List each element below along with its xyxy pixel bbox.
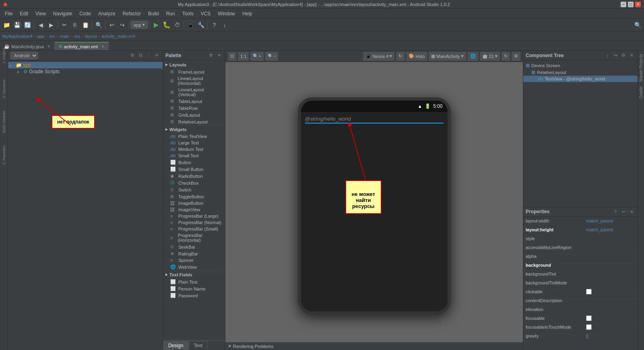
palette-category-layouts[interactable]: ▸ Layouts (163, 60, 225, 68)
search-everywhere-btn[interactable]: 🔍 (633, 20, 642, 30)
prop-help-btn[interactable]: ? (612, 208, 619, 215)
palette-item-checkbox[interactable]: ☑ CheckBox (163, 179, 225, 186)
rotate-btn[interactable]: ↻ (396, 52, 405, 61)
panel-close-btn[interactable]: ✕ (153, 52, 160, 59)
palette-settings-btn[interactable]: ⚙ (207, 52, 215, 59)
toolbar-redo-btn[interactable]: ↪ (118, 20, 127, 30)
tree-item-app[interactable]: ▸ 📁 app (8, 62, 163, 68)
prop-value[interactable] (584, 238, 638, 239)
palette-item-relativelayout[interactable]: ⊞ RelativeLayout (163, 118, 225, 125)
settings-btn[interactable]: ⚙ (512, 52, 520, 61)
locale-btn[interactable]: 🌐 (468, 52, 478, 61)
palette-item-mediumtext[interactable]: Ab Medium Text (163, 146, 225, 152)
tab-mainactivity[interactable]: ☕ MainActivity.java ✕ (0, 43, 55, 50)
palette-item-imagebutton[interactable]: 🖼 ImageButton (163, 200, 225, 206)
prop-value[interactable] (584, 255, 638, 257)
toolbar-back-btn[interactable]: ◀ (36, 20, 45, 30)
panel-settings-btn[interactable]: ⋮ (145, 52, 152, 59)
prop-close-btn[interactable]: ✕ (628, 208, 635, 215)
toolbar-save-btn[interactable]: 💾 (12, 20, 22, 30)
prop-focusable-checkbox[interactable] (586, 315, 592, 321)
prop-clickable-checkbox[interactable] (586, 289, 592, 294)
palette-item-togglebutton[interactable]: ⊞ ToggleButton (163, 193, 225, 200)
close-button[interactable]: ✕ (635, 2, 641, 7)
breadcrumb-file[interactable]: activity_main.xml (101, 34, 135, 39)
close-icon[interactable]: ✕ (228, 344, 231, 349)
palette-item-tablelayout[interactable]: ⊞ TableLayout (163, 98, 225, 105)
comp-sort-btn[interactable]: ↕ (604, 52, 611, 59)
tree-item-gradle[interactable]: ▸ ⚙ Gradle Scripts (8, 68, 163, 75)
zoom-fit-btn[interactable]: ⊡ (228, 52, 236, 61)
toolbar-find-btn[interactable]: 🔍 (94, 20, 103, 30)
activity-select[interactable]: ▦ MainActivity ▾ (429, 52, 466, 61)
menu-vcs[interactable]: VCS (198, 10, 214, 17)
prop-value[interactable] (584, 264, 638, 266)
menu-edit[interactable]: Edit (17, 10, 31, 17)
prop-value[interactable] (584, 309, 638, 310)
maximize-button[interactable]: □ (628, 2, 634, 7)
text-tab[interactable]: Text (188, 341, 208, 350)
sdk-btn[interactable]: 🔧 (196, 20, 206, 30)
palette-item-password[interactable]: ⬜ Password (163, 292, 225, 299)
side-favorites-icon[interactable]: 2: Favorites (0, 151, 8, 159)
palette-category-widgets[interactable]: ▸ Widgets (163, 125, 225, 133)
palette-item-ratingbar[interactable]: ★ RatingBar (163, 250, 225, 257)
zoom-in-btn[interactable]: 🔍+ (250, 52, 263, 61)
panel-sync-btn[interactable]: ⚙ (129, 52, 136, 59)
palette-close-btn[interactable]: ✕ (215, 52, 223, 59)
comp-settings-btn[interactable]: ⚙ (620, 52, 627, 59)
refresh-btn[interactable]: ↻ (502, 52, 510, 61)
prop-value[interactable] (584, 300, 638, 301)
profile-btn[interactable]: ⏱ (172, 20, 182, 30)
design-tab[interactable]: Design (163, 341, 188, 350)
menu-run[interactable]: Run (163, 10, 178, 17)
project-view-select[interactable]: Android Project (10, 52, 38, 59)
device-select[interactable]: 📱 Nexus 4 ▾ (363, 52, 394, 61)
help-btn[interactable]: ? (209, 20, 219, 30)
prop-value[interactable]: match_parent (584, 218, 638, 224)
side-variants-icon[interactable]: Build Variants (0, 118, 8, 126)
palette-item-button[interactable]: ⬜ Button (163, 159, 225, 166)
palette-item-radiobutton[interactable]: ◉ RadioButton (163, 173, 225, 179)
palette-item-imageview[interactable]: 🖼 ImageView (163, 206, 225, 213)
menu-tools[interactable]: Tools (179, 10, 197, 17)
comp-relativelayout[interactable]: ▦ RelativeLayout (523, 69, 638, 76)
toolbar-open-btn[interactable]: 📁 (2, 20, 11, 30)
palette-item-smalltext[interactable]: Ab Small Text (163, 152, 225, 159)
palette-item-seekbar[interactable]: ⊙ SeekBar (163, 243, 225, 250)
comp-textview[interactable]: Ab TextView - @string/hello_world (523, 76, 638, 82)
palette-item-tablerow[interactable]: ⊞ TableRow (163, 105, 225, 111)
zoom-100-btn[interactable]: 1:1 (238, 52, 249, 61)
palette-item-plaintext[interactable]: ⬜ Plain Text (163, 278, 225, 285)
palette-category-textfields[interactable]: ▸ Text Fields (163, 270, 225, 278)
palette-item-largetext[interactable]: Ab Large Text (163, 140, 225, 146)
breadcrumb-src[interactable]: src (49, 34, 55, 39)
palette-item-progressbar-small[interactable]: ≡ ProgressBar (Small) (163, 226, 225, 232)
breadcrumb-main[interactable]: main (60, 34, 70, 39)
side-project-icon[interactable]: 1: Project (0, 52, 8, 60)
update-btn[interactable]: ↓ (220, 20, 229, 30)
side-structure-icon[interactable]: 2: Structure (0, 85, 8, 93)
comp-close-btn[interactable]: ✕ (628, 52, 635, 59)
menu-navigate[interactable]: Navigate (50, 10, 75, 17)
tab-activity-xml-close[interactable]: ✕ (101, 44, 104, 49)
prop-focusabletouchmode-checkbox[interactable] (586, 324, 592, 330)
palette-item-personname[interactable]: ⬜ Person Name (163, 285, 225, 292)
palette-item-linearlayout-h[interactable]: ⊞ LinearLayout (Horizontal) (163, 75, 225, 86)
prop-value[interactable] (584, 247, 638, 248)
gradle-tab[interactable]: Gradle (639, 85, 643, 100)
menu-refactor[interactable]: Refactor (120, 10, 144, 17)
palette-item-gridlayout[interactable]: ⊞ GridLayout (163, 111, 225, 118)
tab-mainactivity-close[interactable]: ✕ (47, 44, 50, 49)
minimize-button[interactable]: − (621, 2, 626, 7)
palette-item-webview[interactable]: 🌐 WebView (163, 264, 225, 270)
palette-item-progressbar-large[interactable]: ≡ ProgressBar (Large) (163, 213, 225, 219)
tab-activity-xml[interactable]: ⊞ activity_main.xml ✕ (55, 42, 109, 50)
palette-item-switch[interactable]: ⊙ Switch (163, 186, 225, 193)
panel-collapse-btn[interactable]: ⊟ (137, 52, 144, 59)
toolbar-paste-btn[interactable]: 📋 (80, 20, 90, 30)
menu-file[interactable]: File (2, 10, 16, 17)
prop-value[interactable]: match_parent (584, 226, 638, 233)
debug-btn[interactable]: 🐛 (162, 20, 171, 30)
maven-projects-tab[interactable]: Maven Projects (639, 52, 643, 83)
